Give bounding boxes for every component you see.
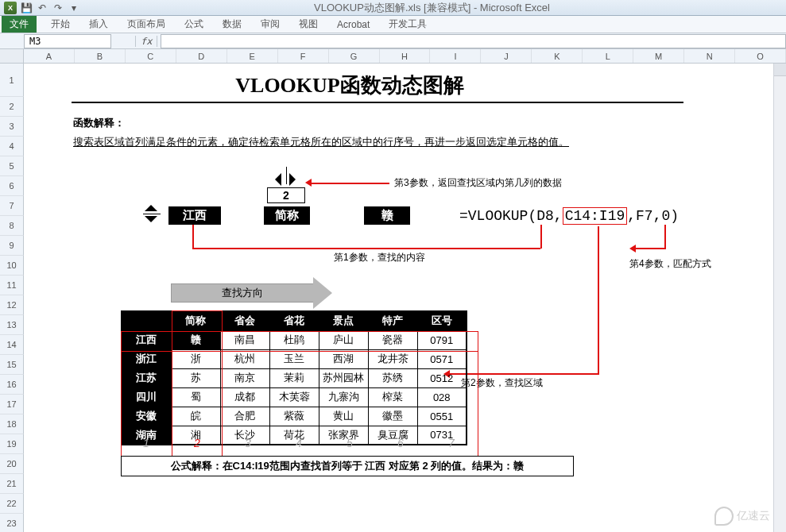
redo-icon[interactable]: ↷ [51, 1, 65, 15]
col-header[interactable]: N [684, 49, 735, 63]
col-header[interactable]: M [633, 49, 684, 63]
table-cell: 杭州 [220, 349, 269, 368]
excel-app-icon[interactable]: X [3, 1, 17, 15]
table-cell: 成都 [220, 387, 269, 407]
connector-param4-v [664, 225, 666, 249]
tab-page-layout[interactable]: 页面布局 [118, 16, 175, 33]
row-header[interactable]: 16 [0, 375, 24, 395]
row-header[interactable]: 3 [0, 117, 24, 137]
table-header: 省花 [269, 311, 319, 330]
col-header[interactable]: J [481, 49, 532, 63]
table-cell: 赣 [171, 330, 220, 349]
row-header[interactable]: 7 [0, 196, 24, 216]
note-param4: 第4参数，匹配方式 [629, 257, 711, 271]
save-icon[interactable]: 💾 [19, 1, 33, 15]
scroll-up-button[interactable] [774, 64, 786, 76]
col-header[interactable]: A [24, 49, 75, 63]
tab-data[interactable]: 数据 [213, 16, 251, 33]
col-header[interactable]: G [329, 49, 380, 63]
row-header[interactable]: 11 [0, 276, 24, 295]
spinner-province-down[interactable] [145, 216, 157, 222]
col-header[interactable]: C [126, 49, 176, 63]
row-header[interactable]: 2 [0, 97, 24, 117]
table-cell: 0791 [417, 330, 467, 349]
select-all-button[interactable] [0, 49, 24, 63]
fx-icon[interactable]: fx [135, 36, 157, 47]
function-description: 搜索表区域首列满足条件的元素，确定待检索单元格所在的区域中的行序号，再进一步返回… [73, 135, 569, 149]
row-header[interactable]: 17 [0, 395, 24, 414]
col-index: 5 [324, 437, 375, 449]
tab-developer[interactable]: 开发工具 [379, 16, 436, 33]
row-headers: 1 2 3 4 5 6 7 8 9 10 11 12 13 14 15 16 1… [0, 64, 24, 532]
row-header[interactable]: 23 [0, 514, 24, 532]
row-header[interactable]: 15 [0, 355, 24, 375]
file-tab[interactable]: 文件 [2, 16, 37, 33]
table-cell: 龙井茶 [368, 349, 417, 368]
watermark-text: 亿速云 [737, 509, 770, 523]
col-header[interactable]: E [227, 49, 278, 63]
tab-review[interactable]: 审阅 [251, 16, 289, 33]
col-header[interactable]: K [532, 49, 583, 63]
row-header[interactable]: 5 [0, 156, 24, 176]
row-header[interactable]: 9 [0, 236, 24, 256]
col-header[interactable]: L [583, 49, 633, 63]
row-header[interactable]: 22 [0, 494, 24, 514]
col-header[interactable]: B [75, 49, 126, 63]
row-header[interactable]: 20 [0, 454, 24, 474]
vertical-scrollbar[interactable] [773, 64, 786, 532]
row-header[interactable]: 19 [0, 434, 24, 454]
tab-view[interactable]: 视图 [289, 16, 327, 33]
table-rowheader: 安徽 [122, 407, 171, 426]
formula-input[interactable] [161, 34, 786, 48]
tab-formulas[interactable]: 公式 [175, 16, 213, 33]
spinner-divider [143, 214, 161, 214]
formula-pre: =VLOOKUP(D8, [459, 208, 563, 224]
row-header[interactable]: 21 [0, 474, 24, 494]
col-index: 6 [375, 437, 426, 449]
table-rowheader: 江西 [122, 330, 171, 349]
table-header: 景点 [319, 311, 368, 330]
col-header[interactable]: D [176, 49, 227, 63]
row-header[interactable]: 18 [0, 414, 24, 434]
col-header[interactable]: I [430, 49, 481, 63]
lookup-value-box: 江西 [168, 206, 221, 225]
result-box: 赣 [364, 206, 410, 225]
table-cell: 苏州园林 [319, 368, 368, 387]
col-header[interactable]: O [735, 49, 786, 63]
row-header[interactable]: 10 [0, 256, 24, 276]
tab-insert[interactable]: 插入 [79, 16, 118, 33]
table-cell: 九寨沟 [319, 387, 368, 407]
name-box[interactable]: M3 [24, 34, 111, 48]
col-header[interactable]: F [278, 49, 329, 63]
qat-dropdown-icon[interactable]: ▾ [67, 1, 81, 15]
row-header[interactable]: 12 [0, 295, 24, 315]
row-header[interactable]: 4 [0, 137, 24, 156]
table-row: 安徽 皖 合肥 紫薇 黄山 徽墨 0551 [122, 407, 467, 426]
tab-acrobat[interactable]: Acrobat [327, 16, 379, 33]
col-header[interactable]: H [380, 49, 431, 63]
row-header[interactable]: 8 [0, 216, 24, 236]
row-header[interactable]: 13 [0, 315, 24, 335]
table-cell: 合肥 [220, 407, 269, 426]
connector-param4-h [634, 248, 666, 249]
undo-icon[interactable]: ↶ [35, 1, 49, 15]
col-index: 3 [223, 437, 273, 449]
table-cell: 蜀 [171, 387, 220, 407]
spinner-col-right[interactable] [289, 173, 296, 186]
table-row: 江西 赣 南昌 杜鹃 庐山 瓷器 0791 [122, 330, 467, 349]
row-header[interactable]: 14 [0, 335, 24, 355]
table-row: 浙江 浙 杭州 玉兰 西湖 龙井茶 0571 [122, 349, 467, 368]
divider [72, 102, 683, 103]
table-cell: 皖 [171, 407, 220, 426]
row-header[interactable]: 6 [0, 176, 24, 196]
spinner-province-up[interactable] [145, 205, 157, 211]
table-cell: 0551 [417, 407, 467, 426]
tab-home[interactable]: 开始 [41, 16, 79, 33]
spinner-col-left[interactable] [275, 173, 281, 186]
formula-explanation: 公式解释：在C14:I19范围内查找首列等于 江西 对应第 2 列的值。结果为：… [121, 456, 574, 476]
cell-area[interactable]: VLOOKUP函数动态图解 函数解释： 搜索表区域首列满足条件的元素，确定待检索… [24, 64, 786, 532]
col-index: 7 [426, 437, 477, 449]
row-header[interactable]: 1 [0, 64, 24, 97]
table-cell: 0571 [417, 349, 467, 368]
table-cell: 南昌 [220, 330, 269, 349]
